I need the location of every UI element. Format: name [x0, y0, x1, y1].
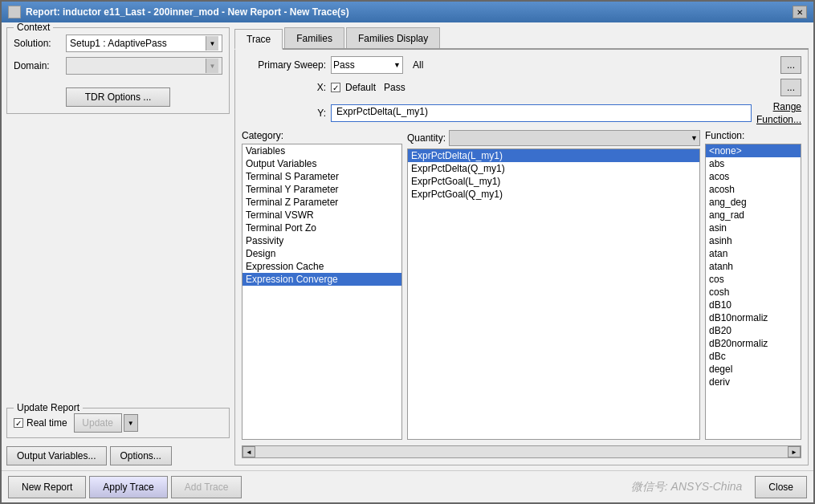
footer-buttons: New Report Apply Trace Add Trace — [8, 476, 242, 498]
list-item[interactable]: abs — [706, 157, 801, 170]
x-pass: Pass — [384, 82, 405, 93]
list-item[interactable]: Expression Cache — [242, 260, 401, 273]
list-item[interactable]: ang_rad — [706, 209, 801, 222]
list-item[interactable]: Terminal VSWR — [242, 209, 401, 222]
x-default-checkbox[interactable]: ✓ — [331, 83, 340, 92]
list-item[interactable]: dB10normaliz — [706, 311, 801, 324]
tab-bar: Trace Families Families Display — [234, 27, 809, 50]
quantity-filter-dropdown[interactable]: ▼ — [449, 130, 700, 146]
context-group: Context Solution: Setup1 : AdaptivePass … — [6, 27, 230, 114]
close-window-btn[interactable]: ✕ — [793, 6, 807, 18]
solution-dropdown-arrow[interactable]: ▼ — [206, 36, 218, 51]
list-item[interactable]: degel — [706, 363, 801, 376]
list-item-selected[interactable]: Expression Converge — [242, 273, 401, 286]
scroll-right-btn[interactable]: ► — [788, 446, 801, 457]
left-panel: Context Solution: Setup1 : AdaptivePass … — [6, 27, 230, 465]
add-trace-btn[interactable]: Add Trace — [171, 476, 242, 498]
category-list[interactable]: Variables Output Variables Terminal S Pa… — [242, 144, 402, 440]
update-dropdown-arrow[interactable]: ▼ — [124, 414, 138, 432]
realtime-label: Real time — [26, 417, 67, 429]
realtime-checkbox[interactable]: ✓ — [14, 418, 23, 428]
quantity-label: Quantity: — [407, 132, 446, 144]
list-item[interactable]: cos — [706, 273, 801, 286]
list-item[interactable]: Design — [242, 247, 401, 260]
list-item[interactable]: atanh — [706, 260, 801, 273]
list-item[interactable]: ExprPctGoal(L_my1) — [408, 175, 699, 188]
list-item[interactable]: dBc — [706, 350, 801, 363]
list-item-selected[interactable]: <none> — [706, 144, 801, 157]
tdr-options-btn[interactable]: TDR Options ... — [66, 87, 170, 107]
footer: New Report Apply Trace Add Trace 微信号: AN… — [2, 470, 813, 502]
update-row: ✓ Real time Update ▼ — [14, 413, 222, 433]
primary-sweep-control: Pass ▼ All — [331, 56, 776, 74]
x-row: X: ✓ Default Pass ... — [242, 79, 801, 96]
function-list[interactable]: <none> abs acos acosh ang_deg ang_rad as… — [705, 144, 801, 440]
x-label: X: — [242, 82, 326, 93]
list-item[interactable]: acos — [706, 170, 801, 183]
update-report-label: Update Report — [14, 402, 83, 413]
output-variables-btn[interactable]: Output Variables... — [6, 446, 107, 465]
options-btn[interactable]: Options... — [110, 446, 172, 465]
list-item[interactable]: acosh — [706, 183, 801, 196]
list-item[interactable]: Terminal Y Parameter — [242, 183, 401, 196]
list-item-selected[interactable]: ExprPctDelta(L_my1) — [408, 149, 699, 162]
horizontal-scrollbar[interactable]: ◄ ► — [242, 445, 801, 458]
content-area: Context Solution: Setup1 : AdaptivePass … — [2, 22, 813, 470]
function-list-wrapper: <none> abs acos acosh ang_deg ang_rad as… — [705, 144, 801, 440]
y-label: Y: — [242, 108, 326, 119]
domain-control: ▼ — [66, 57, 222, 75]
tab-content: Primary Sweep: Pass ▼ All ... X: — [234, 50, 809, 465]
list-item[interactable]: asinh — [706, 234, 801, 247]
list-item[interactable]: atan — [706, 247, 801, 260]
range-btn[interactable]: Range — [773, 101, 801, 112]
x-default-label: Default — [345, 82, 376, 93]
list-item[interactable]: ExprPctGoal(Q_my1) — [408, 188, 699, 201]
solution-value: Setup1 : AdaptivePass — [70, 38, 167, 49]
list-item[interactable]: deriv — [706, 376, 801, 388]
primary-sweep-value: Pass — [333, 59, 355, 71]
solution-label: Solution: — [14, 38, 66, 49]
new-report-btn[interactable]: New Report — [8, 476, 86, 498]
quantity-filter-arrow: ▼ — [691, 134, 698, 142]
domain-dropdown-arrow: ▼ — [206, 59, 218, 73]
x-ellipsis[interactable]: ... — [780, 79, 801, 96]
list-item[interactable]: Passivity — [242, 234, 401, 247]
list-item[interactable]: ang_deg — [706, 196, 801, 209]
y-row: Y: ExprPctDelta(L_my1) Range Function... — [242, 101, 801, 125]
scroll-left-btn[interactable]: ◄ — [242, 446, 255, 457]
tab-families-display[interactable]: Families Display — [346, 27, 440, 48]
update-btn[interactable]: Update — [74, 413, 122, 433]
function-col-label: Function: — [705, 130, 801, 141]
list-item[interactable]: Terminal Z Parameter — [242, 196, 401, 209]
close-btn[interactable]: Close — [755, 476, 807, 498]
pass-dropdown-arrow: ▼ — [393, 61, 401, 69]
list-item[interactable]: dB20normaliz — [706, 337, 801, 350]
apply-trace-btn[interactable]: Apply Trace — [89, 476, 167, 498]
list-item[interactable]: asin — [706, 222, 801, 234]
footer-right: 微信号: ANSYS-China Close — [631, 476, 807, 498]
tab-trace[interactable]: Trace — [234, 29, 283, 50]
window-title: Report: inductor e11_Last - 200inner_mod… — [26, 6, 349, 18]
quantity-list[interactable]: ExprPctDelta(L_my1) ExprPctDelta(Q_my1) … — [407, 148, 700, 440]
main-window: Report: inductor e11_Last - 200inner_mod… — [0, 0, 815, 504]
list-item[interactable]: Terminal S Parameter — [242, 170, 401, 183]
primary-sweep-ellipsis[interactable]: ... — [780, 56, 801, 74]
category-label: Category: — [242, 130, 402, 141]
primary-sweep-row: Primary Sweep: Pass ▼ All ... — [242, 56, 801, 74]
list-item[interactable]: Terminal Port Zo — [242, 222, 401, 234]
title-bar: Report: inductor e11_Last - 200inner_mod… — [2, 2, 813, 22]
list-item[interactable]: dB10 — [706, 299, 801, 311]
list-item[interactable]: dB20 — [706, 324, 801, 337]
primary-sweep-dropdown[interactable]: Pass ▼ — [331, 56, 403, 74]
solution-dropdown[interactable]: Setup1 : AdaptivePass ▼ — [66, 35, 222, 52]
y-right: Range Function... — [756, 101, 801, 125]
tab-families[interactable]: Families — [284, 27, 344, 48]
list-item[interactable]: ExprPctDelta(Q_my1) — [408, 162, 699, 175]
update-report-group: Update Report ✓ Real time Update ▼ — [6, 408, 230, 438]
y-field[interactable]: ExprPctDelta(L_my1) — [331, 104, 752, 122]
list-item[interactable]: Output Variables — [242, 157, 401, 170]
list-item[interactable]: cosh — [706, 286, 801, 299]
domain-dropdown: ▼ — [66, 57, 222, 75]
list-item[interactable]: Variables — [242, 144, 401, 157]
function-btn[interactable]: Function... — [756, 114, 801, 125]
